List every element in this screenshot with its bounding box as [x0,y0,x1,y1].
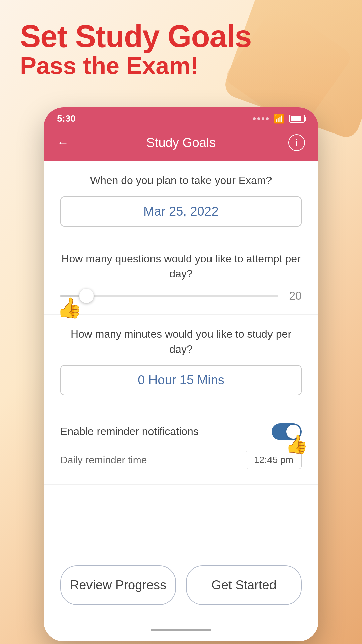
home-bar [151,629,211,631]
info-button[interactable]: i [288,134,305,151]
reminder-time-value[interactable]: 12:45 pm [246,451,302,469]
questions-slider[interactable] [60,295,278,297]
empty-content-area [44,485,318,552]
app-title: Study Goals [74,136,288,150]
enable-notif-label: Enable reminder notifications [60,425,199,438]
phone-mockup: 5:30 📶 ← Study Goals i When do you plan … [44,107,318,641]
study-time-section: How many minutes would you like to study… [44,315,318,408]
exam-date-question: When do you plan to take your Exam? [60,173,302,188]
daily-reminder-label: Daily reminder time [60,454,147,466]
slider-thumb[interactable] [79,289,94,303]
questions-slider-row: 20 👍 [60,289,302,302]
questions-question: How many questions would you like to att… [60,251,302,281]
questions-per-day-section: How many questions would you like to att… [44,239,318,315]
questions-value: 20 [285,289,302,302]
app-header: ← Study Goals i [44,127,318,161]
header-section: Set Study Goals Pass the Exam! [20,20,252,79]
bottom-buttons: Review Progress Get Started [44,552,318,622]
notifications-toggle[interactable] [272,423,302,440]
study-time-input[interactable]: 0 Hour 15 Mins [60,365,302,395]
status-time: 5:30 [57,113,76,124]
status-bar: 5:30 📶 [44,107,318,127]
toggle-thumb [286,425,300,439]
review-progress-button[interactable]: Review Progress [60,565,176,605]
battery-icon [289,115,305,123]
main-title-line2: Pass the Exam! [20,53,252,79]
toggle-container: 👍 [272,423,302,440]
back-button[interactable]: ← [57,136,74,150]
exam-date-input[interactable]: Mar 25, 2022 [60,196,302,227]
exam-date-section: When do you plan to take your Exam? Mar … [44,161,318,239]
get-started-button[interactable]: Get Started [186,565,302,605]
wifi-icon: 📶 [274,114,284,124]
app-content: When do you plan to take your Exam? Mar … [44,161,318,641]
main-title-line1: Set Study Goals [20,20,252,53]
daily-reminder-row: Daily reminder time 12:45 pm [60,445,302,474]
notifications-section: Enable reminder notifications 👍 Daily re… [44,408,318,485]
enable-notif-row: Enable reminder notifications 👍 [60,418,302,445]
signal-icon [253,117,269,120]
study-time-question: How many minutes would you like to study… [60,327,302,357]
home-indicator [44,622,318,641]
status-icons: 📶 [253,114,305,124]
